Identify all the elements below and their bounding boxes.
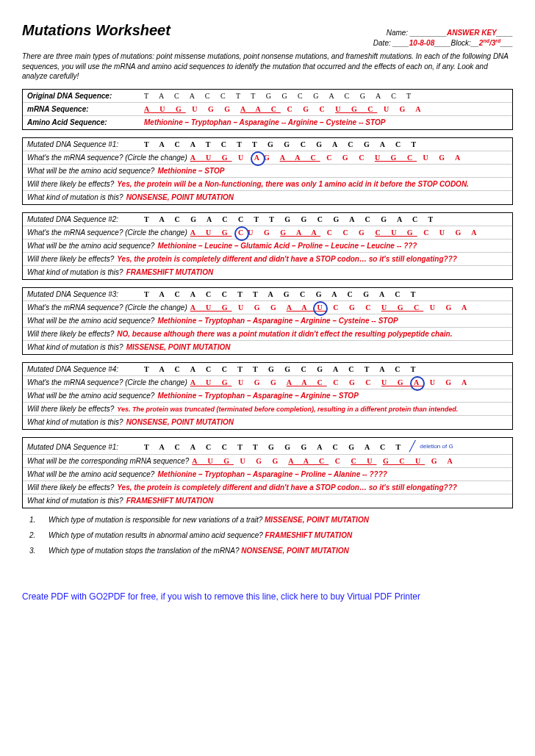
mut1-aa-q: What will be the amino acid sequence?: [27, 167, 154, 175]
mut2-kind-q: What kind of mutation is this?: [27, 268, 123, 276]
mut4-mrna: A U G U G G A A C C G C U G A U G A: [190, 378, 472, 386]
mut3-aa: Methionine – Tryptophan – Asparagine – A…: [157, 317, 398, 325]
question-1: 1. Which type of mutation is responsible…: [29, 516, 513, 524]
mutation-box-5: Mutated DNA Sequence #1: T A C A C C T T…: [22, 437, 513, 508]
mut2-dna: T A C G A C C T T G G C G A C G A C T: [144, 215, 437, 223]
mut3-eff: NO, because although there was a point m…: [117, 330, 452, 338]
mut4-kind: NONSENSE, POINT MUTATION: [126, 418, 234, 426]
block-label: Block:: [450, 39, 470, 47]
mut5-kind-q: What kind of mutation is this?: [27, 497, 123, 505]
mut4-eff-q: Will there likely be effects?: [27, 405, 114, 413]
mutation-box-2: Mutated DNA Sequence #2: T A C G A C C T…: [22, 212, 513, 280]
mut4-eff: Yes. The protein was truncated (terminat…: [117, 406, 458, 413]
mut3-dna: T A C A C C T T A G C G A C G A C T: [144, 290, 420, 298]
mut1-dna: T A C A T C T T G G C G A C G A C T: [144, 140, 420, 148]
mut5-mrna: A U G U G G A A C C C U G C U G A: [192, 457, 456, 465]
mut4-dna: T A C A C C T T G G C G A C T A C T: [144, 365, 420, 373]
date-value: 10-8-08: [409, 39, 434, 47]
mut1-kind-q: What kind of mutation is this?: [27, 193, 123, 201]
mut3-aa-q: What will be the amino acid sequence?: [27, 317, 154, 325]
mut5-mrna-q: What will be the corresponding mRNA sequ…: [27, 457, 189, 465]
arrow-icon: ╱: [409, 440, 415, 452]
mut2-dna-label: Mutated DNA Sequence #2:: [27, 215, 141, 223]
original-mrna-label: mRNA Sequence:: [27, 105, 141, 113]
mut2-eff: Yes, the protein is completely different…: [117, 255, 457, 263]
mut3-mrna-q: What's the mRNA sequence? (Circle the ch…: [27, 303, 187, 312]
original-aa-label: Amino Acid Sequence:: [27, 118, 141, 126]
mut3-eff-q: Will there likely be effects?: [27, 330, 114, 338]
intro-text: There are three main types of mutations:…: [22, 51, 513, 82]
date-label: Date:: [373, 39, 391, 47]
mut5-eff-q: Will there likely be effects?: [27, 483, 114, 492]
page-title: Mutations Worksheet: [22, 22, 170, 39]
mutation-box-3: Mutated DNA Sequence #3: T A C A C C T T…: [22, 287, 513, 355]
mutation-box-1: Mutated DNA Sequence #1: T A C A T C T T…: [22, 137, 513, 205]
original-dna: T A C A C C T T G G C G A C G A C T: [144, 92, 415, 100]
mut5-dna: T A C A C C T T G G G A C G A C T: [144, 443, 405, 451]
question-2: 2. Which type of mutation results in abn…: [29, 531, 513, 539]
mut3-mrna: A U G U G G A A U C G C U G C U G A: [190, 303, 472, 312]
question-3: 3. Which type of mutation stops the tran…: [29, 547, 513, 555]
mut5-kind: FRAMESHIFT MUTATION: [126, 497, 214, 505]
mut4-mrna-q: What's the mRNA sequence? (Circle the ch…: [27, 378, 187, 386]
block-value: 2nd/3rd: [479, 39, 500, 47]
mut5-aa: Methionine – Tryptophan – Asparagine – P…: [157, 470, 387, 478]
mut1-mrna-q: What's the mRNA sequence? (Circle the ch…: [27, 154, 187, 162]
name-label: Name:: [387, 29, 408, 37]
mut5-dna-label: Mutated DNA Sequence #1:: [27, 443, 141, 451]
mutation-box-4: Mutated DNA Sequence #4: T A C A C C T T…: [22, 362, 513, 430]
meta-block: Name: _________ANSWER KEY____ Date: ____…: [373, 29, 513, 48]
header: Mutations Worksheet Name: _________ANSWE…: [22, 22, 513, 48]
mut2-eff-q: Will there likely be effects?: [27, 255, 114, 263]
mut4-dna-label: Mutated DNA Sequence #4:: [27, 365, 141, 373]
original-box: Original DNA Sequence: T A C A C C T T G…: [22, 89, 513, 130]
mut1-mrna: A U G U AG A A C C G C U G C U G A: [190, 154, 465, 162]
mut3-kind: MISSENSE, POINT MUTATION: [126, 343, 231, 351]
original-aa: Methionine – Tryptophan – Asparagine -- …: [144, 118, 385, 126]
question-list: 1. Which type of mutation is responsible…: [22, 516, 513, 555]
original-dna-label: Original DNA Sequence:: [27, 92, 141, 100]
mut1-kind: NONSENSE, POINT MUTATION: [126, 193, 234, 201]
mut2-aa-q: What will be the amino acid sequence?: [27, 242, 154, 250]
mut1-eff: Yes, the protein will be a Non-functioni…: [117, 180, 469, 188]
mut4-aa: Methionine – Tryptophan – Asparagine – A…: [157, 392, 358, 400]
mut2-kind: FRAMESHIFT MUTATION: [126, 268, 214, 276]
mut4-aa-q: What will be the amino acid sequence?: [27, 392, 154, 400]
mut3-dna-label: Mutated DNA Sequence #3:: [27, 290, 141, 298]
mut2-aa: Methionine – Leucine – Glutamic Acid – P…: [157, 242, 417, 250]
mut1-aa: Methionine – STOP: [157, 167, 224, 175]
name-value: ANSWER KEY: [447, 29, 497, 37]
mut1-dna-label: Mutated DNA Sequence #1:: [27, 140, 141, 148]
mut5-eff: Yes, the protein is completely different…: [117, 483, 457, 492]
deletion-annotation: deletion of G: [420, 443, 453, 450]
mut1-eff-q: Will there likely be effects?: [27, 180, 114, 188]
original-mrna: A U G U G G A A C C G C U G C U G A: [144, 105, 426, 113]
mut3-kind-q: What kind of mutation is this?: [27, 343, 123, 351]
mut5-aa-q: What will be the amino acid sequence?: [27, 470, 154, 478]
mut2-mrna: A U G CU G G A A C C G C U G C U G A: [190, 228, 481, 237]
mut2-mrna-q: What's the mRNA sequence? (Circle the ch…: [27, 228, 187, 237]
pdf-footer-link[interactable]: Create PDF with GO2PDF for free, if you …: [22, 591, 513, 602]
mut4-kind-q: What kind of mutation is this?: [27, 418, 123, 426]
